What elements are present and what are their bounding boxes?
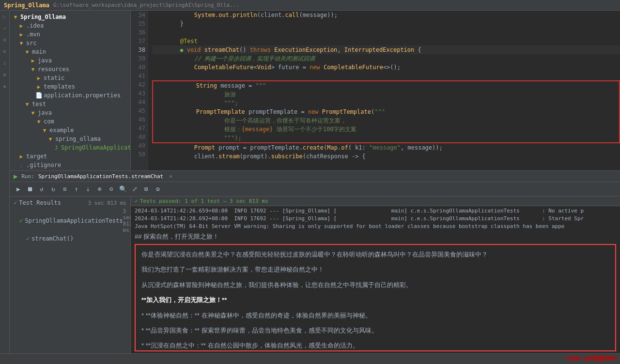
tree-item-com[interactable]: ▼ com [10, 117, 130, 126]
line-num-46: 46 [131, 115, 145, 124]
chinese-bullet-1: * **体验神秘自然：** 在神秘森林中，感受自然的奇迹，体验自然界的美丽与神秘… [141, 310, 609, 321]
folder-icon-main: ▼ [23, 48, 31, 56]
line-num-35: 35 [131, 19, 145, 28]
run-icon[interactable]: ▶ [14, 172, 17, 180]
tree-item-springollama-pkg[interactable]: ▼ spring_ollama [10, 135, 130, 143]
tree-label-appprops: application.properties [44, 92, 121, 99]
folder-icon-example: ▼ [41, 126, 48, 134]
close-tab-icon[interactable]: × [169, 173, 172, 180]
chinese-para-3: 从沉浸式的森林冒险到神秘自然之旅，我们提供各种体验，让您在自然之中寻找属于自己的… [141, 279, 609, 290]
bottom-panel: ▶ ⏹ ↺ ↻ ≡ ↑ ↓ ⊕ ⊖ 🔍 ⤢ ⊞ ⚙ ✓ [10, 182, 620, 353]
output-heading: ## 探索自然，打开无限之旅！ [131, 231, 620, 242]
toolbar-btn-down[interactable]: ↓ [83, 184, 93, 194]
status-bar: CSDN @叫我姜同学 [0, 353, 620, 364]
sidebar-icon-4[interactable]: ≡ [1, 47, 9, 55]
line-num-42: 42 [131, 80, 145, 89]
folder-icon-idea: ▶ [17, 22, 25, 30]
tree-item-static[interactable]: ▶ static [10, 74, 130, 82]
test-check-method: ✓ [26, 235, 30, 242]
code-line-42: String message = """ [153, 81, 619, 90]
test-item-class[interactable]: ✓ SpringOllamaApplicationTests 3 sec 813… [10, 207, 130, 234]
code-line-48: """); [153, 134, 619, 142]
tree-label-pkg: spring_ollama [55, 136, 101, 142]
code-editor: 34 35 36 37 38 39 40 41 42 43 44 45 46 4… [131, 11, 620, 170]
code-line-41 [152, 72, 620, 80]
toolbar-btn-expand[interactable]: ⊕ [95, 184, 105, 194]
code-line-49: Prompt prompt = promptTemplate.create(Ma… [152, 143, 620, 152]
folder-icon-com: ▼ [35, 118, 43, 125]
toolbar-btn-search[interactable]: 🔍 [118, 184, 128, 194]
tree-item-src[interactable]: ▼ src [10, 39, 130, 47]
toolbar-btn-menu[interactable]: ≡ [60, 184, 70, 194]
code-line-45: PromptTemplate promptTemplate = new Prom… [153, 107, 619, 116]
test-item-method[interactable]: ✓ streamChat() [10, 234, 130, 243]
project-path: G:\software_workspace\idea_project\Sprin… [53, 2, 239, 8]
chinese-output: 你是否渴望沉浸在自然美景之中？在感受阳光轻轻抚过皮肤的温暖中？在聆听动听的森林鸟… [135, 244, 616, 351]
tree-item-idea[interactable]: ▶ .idea [10, 21, 130, 30]
code-line-46: 你是一个高级运营，你擅长于写各种运营文案， [153, 116, 619, 125]
tree-label-resources: resources [38, 66, 69, 73]
tree-item-java[interactable]: ▶ java [10, 56, 130, 65]
tree-item-mvn[interactable]: ▶ .mvn [10, 30, 130, 39]
line-numbers: 34 35 36 37 38 39 40 41 42 43 44 45 46 4… [131, 11, 148, 170]
folder-icon-test-java: ▼ [29, 109, 37, 117]
tree-label-main: main [32, 48, 46, 55]
log-line-3: Java HotSpot(TM) 64-Bit Server VM warnin… [135, 223, 616, 230]
run-label: Run: [21, 173, 34, 180]
main-content: ▷ ✓ ⚙ ≡ ↕ ⊕ ◈ ▼ Spring_Ollama ▶ .idea ▶ [0, 11, 620, 353]
sidebar-icon-3[interactable]: ⚙ [1, 36, 9, 44]
chinese-para-2: 我们为您打造了一套精彩旅游解决方案，带您走进神秘自然之中！ [141, 264, 609, 275]
line-num-45: 45 [131, 106, 145, 115]
test-toolbar: ▶ ⏹ ↺ ↻ ≡ ↑ ↓ ⊕ ⊖ 🔍 ⤢ ⊞ ⚙ [10, 182, 620, 197]
folder-icon: ▼ [12, 13, 19, 21]
toolbar-btn-up[interactable]: ↑ [72, 184, 81, 194]
test-label-method: streamChat() [31, 235, 74, 242]
test-passed-check: ✓ [135, 198, 138, 204]
test-item-results[interactable]: ✓ Test Results 3 sec 813 ms [10, 198, 130, 207]
sidebar-icon-2[interactable]: ✓ [1, 24, 9, 32]
run-tab-active[interactable]: SpringOllamaApplicationTests.streamChat [38, 173, 163, 180]
line-num-48: 48 [131, 133, 145, 141]
folder-icon-static: ▶ [35, 74, 43, 82]
tree-item-project[interactable]: ▼ Spring_Ollama [10, 13, 130, 21]
sidebar-icon-7[interactable]: ◈ [1, 82, 9, 90]
code-content: System.out.println(client.call(message))… [148, 11, 620, 170]
tree-item-resources[interactable]: ▼ resources [10, 65, 130, 74]
toolbar-btn-rerun[interactable]: ↺ [37, 184, 46, 194]
toolbar-btn-play[interactable]: ▶ [14, 184, 23, 194]
test-label-class: SpringOllamaApplicationTests [25, 217, 123, 224]
toolbar-btn-export[interactable]: ⤢ [130, 184, 140, 194]
tree-item-main[interactable]: ▼ main [10, 47, 130, 56]
tree-label-project: Spring_Ollama [20, 14, 66, 20]
toolbar-btn-collapse[interactable]: ⊖ [107, 184, 116, 194]
tree-item-test-java[interactable]: ▼ java [10, 108, 130, 117]
java-file-icon: J [52, 144, 60, 152]
tree-item-templates[interactable]: ▶ templates [10, 82, 130, 91]
line-num-37: 37 [131, 37, 145, 46]
folder-icon-resources: ▼ [29, 65, 37, 73]
toolbar-btn-stop[interactable]: ⏹ [25, 184, 35, 194]
tree-item-appprops[interactable]: 📄 application.properties [10, 91, 130, 100]
tree-label-test: test [32, 101, 46, 107]
tree-item-target[interactable]: ▶ target [10, 152, 130, 161]
folder-icon-java: ▶ [29, 57, 37, 64]
sidebar-icon-6[interactable]: ⊕ [1, 71, 9, 78]
project-name: Spring_Ollama [4, 2, 49, 9]
tree-item-gitignore[interactable]: . .gitignore [10, 161, 130, 169]
toolbar-btn-settings[interactable]: ⚙ [153, 184, 163, 194]
code-line-40: CompletableFuture<Void> future = new Com… [152, 63, 620, 72]
tree-item-testclass[interactable]: J SpringOllamaApplicationTests [10, 143, 130, 152]
tree-label-java: java [38, 57, 52, 64]
tree-label-templates: templates [44, 83, 75, 90]
tree-item-example[interactable]: ▼ example [10, 126, 130, 135]
sidebar-icon-1[interactable]: ▷ [1, 13, 9, 20]
line-num-38: 38 [131, 46, 145, 54]
toolbar-btn-grid[interactable]: ⊞ [141, 184, 151, 194]
toolbar-btn-rerun-failed[interactable]: ↻ [48, 184, 58, 194]
tree-label-example: example [49, 127, 74, 134]
tree-label-gitignore: .gitignore [26, 162, 61, 168]
code-line-50: client.stream(prompt).subscribe(chatResp… [152, 152, 620, 161]
sidebar-icon-5[interactable]: ↕ [1, 59, 9, 67]
tree-item-test[interactable]: ▼ test [10, 100, 130, 108]
line-num-34: 34 [131, 11, 145, 19]
